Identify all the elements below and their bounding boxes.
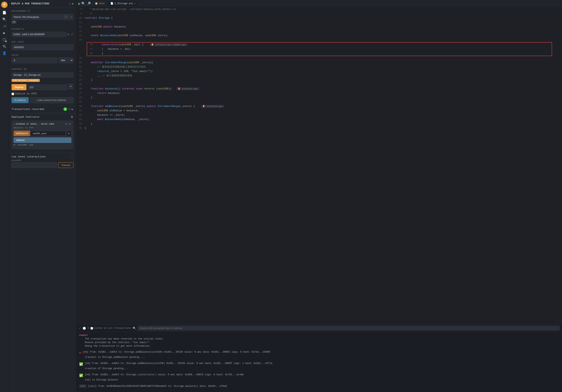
code-line-27: 27 return balance; bbox=[76, 91, 562, 95]
collapse-icon[interactable]: ▶ bbox=[72, 2, 74, 5]
code-line-35: 35 } bbox=[76, 126, 562, 130]
add-balance-input[interactable] bbox=[31, 131, 66, 136]
code-line-18: 18 } bbox=[87, 51, 552, 56]
nav-deploy[interactable]: ▶ bbox=[1, 30, 7, 36]
deployed-contracts-section: Deployed Contracts 🗑 ▾ STORAGE AT 0XD91.… bbox=[9, 113, 76, 153]
check-icon: ✓ bbox=[69, 2, 71, 5]
contract-select[interactable]: Storage - 1/1_Storage.sol bbox=[12, 72, 73, 78]
transact-button[interactable]: Transact bbox=[58, 162, 73, 168]
error-icon: ⊗ bbox=[79, 351, 81, 356]
close-tab-icon[interactable]: ✕ bbox=[134, 2, 136, 5]
deploy-chevron-button[interactable]: ▾ bbox=[68, 83, 73, 89]
value-unit-select[interactable]: Wei Gwei Finney Ether bbox=[59, 58, 73, 63]
account-input[interactable] bbox=[12, 32, 66, 37]
add-balance-button[interactable]: addBalance bbox=[13, 131, 30, 136]
search-code-button[interactable]: 🔍 bbox=[81, 1, 85, 6]
add-balance-row: addBalance ▾ bbox=[13, 131, 71, 136]
tab-storage-sol[interactable]: 📄 1_Storage.sol ✕ bbox=[108, 1, 138, 6]
nav-files[interactable]: 📄 bbox=[1, 10, 7, 15]
gas-limit-input[interactable] bbox=[12, 44, 73, 50]
refresh-contract-button[interactable]: ↺ bbox=[23, 67, 27, 71]
nav-debug[interactable] bbox=[1, 37, 7, 43]
success-icon-2: ✅ bbox=[79, 373, 83, 378]
balance-button[interactable]: balance bbox=[13, 137, 71, 143]
nav-git[interactable]: ⎇ bbox=[1, 23, 7, 29]
log-entry-call: call [call] from: 0x5B38Da6a701c568545dC… bbox=[79, 384, 559, 388]
deploy-title: DEPLOY & RUN TRANSACTIONS bbox=[11, 2, 68, 5]
remix-logo: R bbox=[1, 1, 8, 8]
calldata-input[interactable] bbox=[12, 162, 57, 168]
environment-label: ENVIRONMENT ⓘ bbox=[12, 10, 73, 13]
value-input[interactable] bbox=[12, 58, 57, 63]
publish-ipfs-checkbox[interactable] bbox=[12, 93, 14, 95]
console-area: ⤢ 🕐 0 listen on all transactions 🔍 rever… bbox=[76, 324, 562, 392]
low-level-title: Low level interactions bbox=[12, 155, 71, 158]
transactions-count: 1 bbox=[63, 107, 67, 111]
publish-ipfs-label[interactable]: Publish to IPFS bbox=[15, 92, 37, 95]
code-line-20: 20 modifier IncrementRange(uint256 _incr… bbox=[76, 60, 562, 65]
code-line-19: 19 bbox=[76, 56, 562, 60]
code-line-12: 12 uint256 public balance; bbox=[76, 25, 562, 29]
code-line-23: 23 _; // 执行被修饰函数的逻辑 bbox=[76, 74, 562, 78]
code-editor: 8 * @custom:dev-run-script ./scripts/dep… bbox=[76, 7, 562, 324]
low-level-header: Low level interactions ⋮ bbox=[12, 155, 73, 158]
console-search-icon[interactable]: 🔍 bbox=[133, 327, 136, 330]
contract-section: CONTRACT ↺ Storage - 1/1_Storage.sol evm… bbox=[9, 65, 76, 105]
transactions-expand-icon[interactable]: ▶ bbox=[72, 107, 73, 111]
account-row: ⎘ ↗ bbox=[12, 32, 73, 37]
log-entry-success-2: ✅ [vm] from: 0x5B3...eddC4 to: Storage.(… bbox=[79, 373, 559, 382]
add-balance-chevron[interactable]: ▾ bbox=[66, 131, 71, 136]
copy-account-button[interactable]: ⎘ bbox=[67, 32, 70, 36]
value-label: VALUE bbox=[12, 54, 73, 56]
code-line-9: 9 */ bbox=[76, 12, 562, 16]
account-label: ACCOUNT ⊕ bbox=[12, 28, 73, 31]
trash-icon[interactable]: 🗑 bbox=[70, 115, 73, 118]
transactions-bar[interactable]: Transactions recorded 1 ⓘ ▶ bbox=[9, 105, 76, 113]
contract-item-header: ▾ STORAGE AT 0XD91...39138 (MEM ⎘ ✕ bbox=[13, 122, 71, 126]
run-button[interactable]: ▶ bbox=[78, 1, 81, 6]
search-code-button2[interactable]: 🔎 bbox=[87, 1, 91, 6]
code-line-24: 24 } bbox=[76, 78, 562, 82]
home-icon: 🏠 bbox=[95, 2, 98, 5]
remove-contract-button[interactable]: ✕ bbox=[68, 122, 71, 126]
vm-badge: VM bbox=[12, 21, 16, 24]
calldata-label: CALLDATA bbox=[12, 160, 73, 161]
code-line-14: 14 event BalanceAdd(uint256 oldValue, ui… bbox=[76, 33, 562, 38]
nav-plugin[interactable]: 🔌 bbox=[1, 44, 7, 49]
value-row: Wei Gwei Finney Ether bbox=[12, 58, 73, 63]
deployed-section-title: Deployed Contracts bbox=[12, 115, 70, 118]
environment-info-btn[interactable]: ⓘ bbox=[65, 15, 67, 19]
copy-contract-button[interactable]: ⎘ bbox=[65, 122, 68, 126]
contract-chevron-icon[interactable]: ▾ bbox=[13, 122, 15, 126]
console-search-input[interactable] bbox=[138, 326, 560, 331]
gas-limit-label: GAS LIMIT bbox=[12, 41, 73, 43]
tab-storage-label: 1_Storage.sol bbox=[115, 2, 133, 5]
load-contract-button[interactable]: Load contract from Address bbox=[30, 97, 73, 103]
listen-checkbox[interactable] bbox=[91, 327, 93, 330]
console-count: 0 bbox=[87, 327, 89, 330]
tab-home[interactable]: 🏠 Home bbox=[93, 1, 107, 6]
deploy-button[interactable]: Deploy bbox=[12, 84, 26, 90]
environment-info-icon[interactable]: ⓘ bbox=[28, 10, 30, 13]
nav-search[interactable]: 🔍 bbox=[1, 17, 7, 22]
at-address-button[interactable]: At Address bbox=[12, 97, 29, 103]
low-level-menu-icon[interactable]: ⋮ bbox=[71, 155, 73, 158]
tab-bar: ▶ 🔍 🔎 🏠 Home 📄 1_Storage.sol ✕ bbox=[76, 0, 562, 7]
account-info-icon[interactable]: ⊕ bbox=[22, 28, 24, 31]
environment-select[interactable]: Remix VM (Shanghai) bbox=[12, 14, 73, 20]
deploy-args-input[interactable] bbox=[28, 84, 67, 90]
transactions-info-icon[interactable]: ⓘ bbox=[68, 107, 70, 111]
deploy-panel: DEPLOY & RUN TRANSACTIONS ✓ ▶ ENVIRONMEN… bbox=[9, 0, 76, 392]
call-text: [call] from: 0x5B38Da6a701c568545dCfcB03… bbox=[88, 384, 227, 388]
code-line-31: 31 uint256 oldValue = balance; bbox=[76, 109, 562, 113]
evm-badge: evm version: shanghai bbox=[12, 79, 40, 82]
transactions-label: Transactions recorded bbox=[12, 108, 62, 111]
constructor-highlight-block: 16 constructor(uint256 _bal) { ⛽ infinit… bbox=[87, 42, 552, 56]
revert-body: The transaction has been reverted to the… bbox=[79, 337, 559, 348]
external-account-button[interactable]: ↗ bbox=[70, 32, 73, 36]
value-section: VALUE Wei Gwei Finney Ether bbox=[9, 52, 76, 65]
nav-user[interactable]: 👤 bbox=[1, 50, 7, 56]
console-expand-icon[interactable]: ⤢ bbox=[79, 327, 81, 330]
call-label: call bbox=[79, 384, 86, 388]
success-text-2: [vm] from: 0x5B3...eddC4 to: Storage.(co… bbox=[85, 373, 244, 377]
